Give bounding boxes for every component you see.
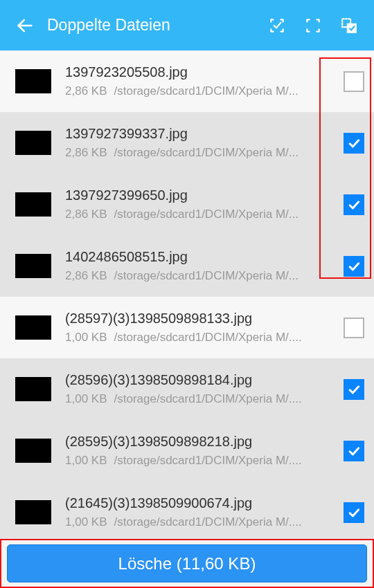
file-meta: 1,00 KB/storage/sdcard1/DCIM/Xperia M/..…	[65, 331, 339, 344]
invert-selection-icon	[340, 17, 358, 35]
delete-button[interactable]: Lösche (11,60 KB)	[7, 544, 367, 582]
file-name: (28595)(3)1398509898218.jpg	[65, 434, 339, 450]
file-thumbnail	[15, 500, 51, 524]
file-meta: 1,00 KB/storage/sdcard1/DCIM/Xperia M/..…	[65, 454, 339, 468]
select-all-button[interactable]	[260, 9, 294, 42]
file-row[interactable]: (28597)(3)1398509898133.jpg 1,00 KB/stor…	[0, 297, 374, 358]
file-name: (21645)(3)1398509900674.jpg	[65, 495, 339, 511]
file-checkbox[interactable]	[344, 502, 364, 523]
file-thumbnail	[15, 315, 51, 340]
app-header: Doppelte Dateien	[0, 0, 374, 50]
file-name: 1397927399337.jpg	[65, 126, 339, 142]
file-list: 1397923205508.jpg 2,86 KB/storage/sdcard…	[0, 50, 374, 539]
file-row[interactable]: 1397927399650.jpg 2,86 KB/storage/sdcard…	[0, 174, 374, 235]
footer-bar: Lösche (11,60 KB)	[0, 539, 374, 588]
file-row[interactable]: 1402486508515.jpg 2,86 KB/storage/sdcard…	[0, 235, 374, 297]
file-path: /storage/sdcard1/DCIM/Xperia M/....	[114, 392, 302, 405]
file-path: /storage/sdcard1/DCIM/Xperia M/...	[114, 84, 299, 98]
page-title: Doppelte Dateien	[44, 16, 258, 35]
arrow-left-icon	[15, 16, 35, 35]
file-checkbox[interactable]	[344, 256, 364, 277]
file-thumbnail	[15, 439, 51, 463]
file-name: (28597)(3)1398509898133.jpg	[65, 311, 339, 327]
file-info: 1397927399337.jpg 2,86 KB/storage/sdcard…	[65, 126, 339, 160]
file-row[interactable]: (21645)(3)1398509900674.jpg 1,00 KB/stor…	[0, 481, 374, 539]
file-checkbox[interactable]	[344, 441, 364, 461]
file-thumbnail	[15, 131, 51, 155]
file-checkbox[interactable]	[344, 379, 364, 400]
file-row[interactable]: 1397927399337.jpg 2,86 KB/storage/sdcard…	[0, 112, 374, 174]
file-size: 2,86 KB	[65, 208, 107, 221]
file-meta: 1,00 KB/storage/sdcard1/DCIM/Xperia M/..…	[65, 392, 339, 406]
back-button[interactable]	[8, 9, 42, 42]
file-checkbox[interactable]	[344, 318, 364, 338]
file-checkbox[interactable]	[344, 133, 364, 154]
file-info: (28596)(3)1398509898184.jpg 1,00 KB/stor…	[65, 372, 339, 406]
select-all-icon	[268, 17, 286, 35]
select-none-button[interactable]	[296, 9, 330, 42]
check-icon	[347, 444, 361, 458]
file-info: (28597)(3)1398509898133.jpg 1,00 KB/stor…	[65, 311, 339, 344]
invert-selection-button[interactable]	[332, 9, 366, 42]
file-size: 2,86 KB	[65, 146, 107, 159]
file-path: /storage/sdcard1/DCIM/Xperia M/....	[114, 454, 302, 467]
file-row[interactable]: (28596)(3)1398509898184.jpg 1,00 KB/stor…	[0, 358, 374, 420]
file-meta: 2,86 KB/storage/sdcard1/DCIM/Xperia M/..…	[65, 269, 339, 283]
check-icon	[347, 506, 361, 520]
file-info: (21645)(3)1398509900674.jpg 1,00 KB/stor…	[65, 495, 339, 529]
file-info: (28595)(3)1398509898218.jpg 1,00 KB/stor…	[65, 434, 339, 468]
file-path: /storage/sdcard1/DCIM/Xperia M/....	[114, 515, 302, 529]
file-path: /storage/sdcard1/DCIM/Xperia M/...	[114, 208, 299, 221]
file-path: /storage/sdcard1/DCIM/Xperia M/....	[114, 331, 302, 344]
file-info: 1397923205508.jpg 2,86 KB/storage/sdcard…	[65, 64, 339, 98]
file-name: (28596)(3)1398509898184.jpg	[65, 372, 339, 388]
file-name: 1402486508515.jpg	[65, 249, 339, 265]
file-path: /storage/sdcard1/DCIM/Xperia M/...	[114, 269, 299, 282]
file-checkbox[interactable]	[344, 194, 364, 215]
check-icon	[347, 198, 361, 212]
file-thumbnail	[15, 254, 51, 278]
svg-rect-2	[348, 24, 356, 32]
file-size: 1,00 KB	[65, 454, 107, 467]
file-path: /storage/sdcard1/DCIM/Xperia M/...	[114, 146, 299, 159]
select-none-icon	[304, 17, 322, 35]
file-meta: 1,00 KB/storage/sdcard1/DCIM/Xperia M/..…	[65, 515, 339, 529]
check-icon	[347, 383, 361, 396]
file-meta: 2,86 KB/storage/sdcard1/DCIM/Xperia M/..…	[65, 84, 339, 98]
check-icon	[347, 136, 361, 150]
check-icon	[347, 259, 361, 273]
file-info: 1402486508515.jpg 2,86 KB/storage/sdcard…	[65, 249, 339, 283]
delete-button-label: Lösche (11,60 KB)	[118, 554, 256, 573]
file-row[interactable]: (28595)(3)1398509898218.jpg 1,00 KB/stor…	[0, 420, 374, 481]
file-meta: 2,86 KB/storage/sdcard1/DCIM/Xperia M/..…	[65, 208, 339, 221]
file-name: 1397927399650.jpg	[65, 187, 339, 203]
file-checkbox[interactable]	[344, 71, 364, 92]
file-info: 1397927399650.jpg 2,86 KB/storage/sdcard…	[65, 187, 339, 221]
file-thumbnail	[15, 192, 51, 217]
file-size: 2,86 KB	[65, 269, 107, 282]
file-size: 1,00 KB	[65, 515, 107, 529]
file-size: 1,00 KB	[65, 331, 107, 344]
file-size: 1,00 KB	[65, 392, 107, 405]
file-row[interactable]: 1397923205508.jpg 2,86 KB/storage/sdcard…	[0, 50, 374, 112]
file-meta: 2,86 KB/storage/sdcard1/DCIM/Xperia M/..…	[65, 146, 339, 160]
file-name: 1397923205508.jpg	[65, 64, 339, 80]
file-thumbnail	[15, 377, 51, 401]
file-thumbnail	[15, 69, 51, 93]
file-size: 2,86 KB	[65, 84, 107, 98]
